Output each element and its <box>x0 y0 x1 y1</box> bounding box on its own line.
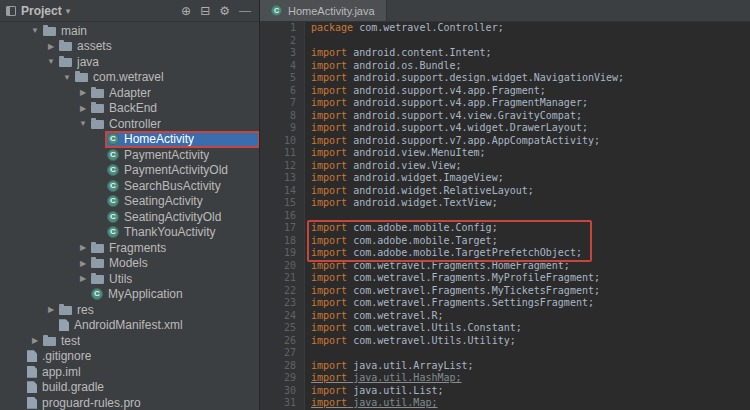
hide-panel-icon[interactable]: — <box>239 5 251 17</box>
tree-item-seatingactivity[interactable]: CSeatingActivity <box>0 194 259 210</box>
tree-item-paymentactivityold[interactable]: CPaymentActivityOld <box>0 163 259 179</box>
tree-item-adapter[interactable]: ▶Adapter <box>0 85 259 101</box>
tree-item-res[interactable]: ▶res <box>0 302 259 318</box>
code-line-31[interactable]: 31import java.util.Map; <box>260 397 750 410</box>
tree-item-main[interactable]: ▼main <box>0 23 259 39</box>
collapse-all-icon[interactable]: ⊟ <box>200 5 210 17</box>
dropdown-caret-icon[interactable]: ▾ <box>66 6 71 16</box>
tree-item-test[interactable]: ▶test <box>0 333 259 349</box>
code-line-19[interactable]: 19import com.adobe.mobile.TargetPrefetch… <box>260 247 750 260</box>
code-line-7[interactable]: 7import android.support.v4.app.FragmentM… <box>260 97 750 110</box>
code-line-26[interactable]: 26import com.wetravel.Utils.Utility; <box>260 335 750 348</box>
project-panel-title[interactable]: Project <box>21 4 62 18</box>
chevron-collapsed-icon[interactable]: ▶ <box>28 336 42 345</box>
code-line-13[interactable]: 13import android.widget.ImageView; <box>260 172 750 185</box>
tree-item-assets[interactable]: ▶assets <box>0 39 259 55</box>
code-text: import android.view.View; <box>305 160 462 173</box>
chevron-collapsed-icon[interactable]: ▶ <box>76 88 90 97</box>
code-line-29[interactable]: 29import java.util.HashMap; <box>260 372 750 385</box>
line-number: 23 <box>260 297 305 310</box>
code-text <box>305 347 311 360</box>
tree-item-app-iml[interactable]: app.iml <box>0 364 259 380</box>
code-line-27[interactable]: 27 <box>260 347 750 360</box>
code-text: import android.support.v4.view.GravityCo… <box>305 110 582 123</box>
code-line-14[interactable]: 14import android.widget.RelativeLayout; <box>260 185 750 198</box>
project-panel: Project ▾ ⊕⊟⚙— ▼main▶assets▼java▼com.wet… <box>0 0 260 410</box>
tab-homeactivity-java[interactable]: C HomeActivity.java <box>260 0 387 21</box>
chevron-expanded-icon[interactable]: ▼ <box>76 119 90 128</box>
class-icon: C <box>107 164 119 176</box>
chevron-expanded-icon[interactable]: ▼ <box>28 26 42 35</box>
tree-item-gitignore[interactable]: .gitignore <box>0 349 259 365</box>
chevron-collapsed-icon[interactable]: ▶ <box>76 104 90 113</box>
code-line-24[interactable]: 24import com.wetravel.R; <box>260 310 750 323</box>
tree-item-label: MyApplication <box>108 287 183 301</box>
locate-file-icon[interactable]: ⊕ <box>181 5 191 17</box>
code-line-1[interactable]: 1package com.wetravel.Controller; <box>260 22 750 35</box>
line-number: 17 <box>260 222 305 235</box>
code-line-10[interactable]: 10import android.support.v7.app.AppCompa… <box>260 135 750 148</box>
code-line-21[interactable]: 21import com.wetravel.Fragments.MyProfil… <box>260 272 750 285</box>
code-line-12[interactable]: 12import android.view.View; <box>260 160 750 173</box>
code-line-8[interactable]: 8import android.support.v4.view.GravityC… <box>260 110 750 123</box>
code-line-16[interactable]: 16 <box>260 210 750 223</box>
tree-item-seatingactivityold[interactable]: CSeatingActivityOld <box>0 209 259 225</box>
code-text: import com.wetravel.Fragments.HomeFragme… <box>305 260 570 273</box>
code-text: import java.util.ArrayList; <box>305 360 474 373</box>
tree-item-searchbusactivity[interactable]: CSearchBusActivity <box>0 178 259 194</box>
code-line-20[interactable]: 20import com.wetravel.Fragments.HomeFrag… <box>260 260 750 273</box>
chevron-expanded-icon[interactable]: ▼ <box>44 57 58 66</box>
code-line-28[interactable]: 28import java.util.ArrayList; <box>260 360 750 373</box>
chevron-collapsed-icon[interactable]: ▶ <box>76 243 90 252</box>
tree-item-build-gradle[interactable]: build.gradle <box>0 380 259 396</box>
code-line-4[interactable]: 4import android.os.Bundle; <box>260 60 750 73</box>
code-line-15[interactable]: 15import android.widget.TextView; <box>260 197 750 210</box>
code-line-5[interactable]: 5import android.support.design.widget.Na… <box>260 72 750 85</box>
tree-item-backend[interactable]: ▶BackEnd <box>0 101 259 117</box>
tree-item-thankyouactivity[interactable]: CThankYouActivity <box>0 225 259 241</box>
code-line-30[interactable]: 30import java.util.List; <box>260 385 750 398</box>
tree-item-models[interactable]: ▶Models <box>0 256 259 272</box>
code-line-18[interactable]: 18import com.adobe.mobile.Target; <box>260 235 750 248</box>
tree-item-com-wetravel[interactable]: ▼com.wetravel <box>0 70 259 86</box>
chevron-expanded-icon[interactable]: ▼ <box>60 73 74 82</box>
code-line-23[interactable]: 23import com.wetravel.Fragments.Settings… <box>260 297 750 310</box>
code-line-17[interactable]: 17import com.adobe.mobile.Config; <box>260 222 750 235</box>
chevron-collapsed-icon[interactable]: ▶ <box>76 259 90 268</box>
tree-item-body: Adapter <box>90 85 259 101</box>
code-line-22[interactable]: 22import com.wetravel.Fragments.MyTicket… <box>260 285 750 298</box>
tree-item-homeactivity[interactable]: CHomeActivity <box>0 132 259 148</box>
folder-icon <box>43 337 56 346</box>
tree-item-paymentactivity[interactable]: CPaymentActivity <box>0 147 259 163</box>
code-line-25[interactable]: 25import com.wetravel.Utils.Constant; <box>260 322 750 335</box>
tree-item-body: AndroidManifest.xml <box>58 318 259 334</box>
chevron-collapsed-icon[interactable]: ▶ <box>44 42 58 51</box>
tree-item-proguard-rules-pro[interactable]: proguard-rules.pro <box>0 395 259 410</box>
code-text: import android.widget.TextView; <box>305 197 498 210</box>
tree-item-androidmanifest-xml[interactable]: AndroidManifest.xml <box>0 318 259 334</box>
tree-item-fragments[interactable]: ▶Fragments <box>0 240 259 256</box>
tree-item-body: CPaymentActivityOld <box>106 163 259 179</box>
tree-item-label: app.iml <box>42 365 81 379</box>
tree-item-label: SeatingActivity <box>124 194 203 208</box>
tree-item-controller[interactable]: ▼Controller <box>0 116 259 132</box>
tree-item-myapplication[interactable]: CMyApplication <box>0 287 259 303</box>
code-text: import android.support.v4.app.Fragment; <box>305 85 546 98</box>
tree-item-body: CSeatingActivityOld <box>106 209 259 225</box>
tree-item-java[interactable]: ▼java <box>0 54 259 70</box>
code-editor[interactable]: 1package com.wetravel.Controller;23impor… <box>260 22 750 410</box>
tree-item-utils[interactable]: ▶Utils <box>0 271 259 287</box>
code-line-6[interactable]: 6import android.support.v4.app.Fragment; <box>260 85 750 98</box>
code-line-11[interactable]: 11import android.view.MenuItem; <box>260 147 750 160</box>
code-line-3[interactable]: 3import android.content.Intent; <box>260 47 750 60</box>
tree-item-label: main <box>61 24 87 38</box>
chevron-collapsed-icon[interactable]: ▶ <box>76 274 90 283</box>
settings-icon[interactable]: ⚙ <box>219 5 230 17</box>
code-text <box>305 210 311 223</box>
tree-item-label: PaymentActivityOld <box>124 163 228 177</box>
tree-item-body: Controller <box>90 116 259 132</box>
code-line-9[interactable]: 9import android.support.v4.widget.Drawer… <box>260 122 750 135</box>
chevron-collapsed-icon[interactable]: ▶ <box>44 305 58 314</box>
code-line-2[interactable]: 2 <box>260 35 750 48</box>
tree-item-body: CSearchBusActivity <box>106 178 259 194</box>
